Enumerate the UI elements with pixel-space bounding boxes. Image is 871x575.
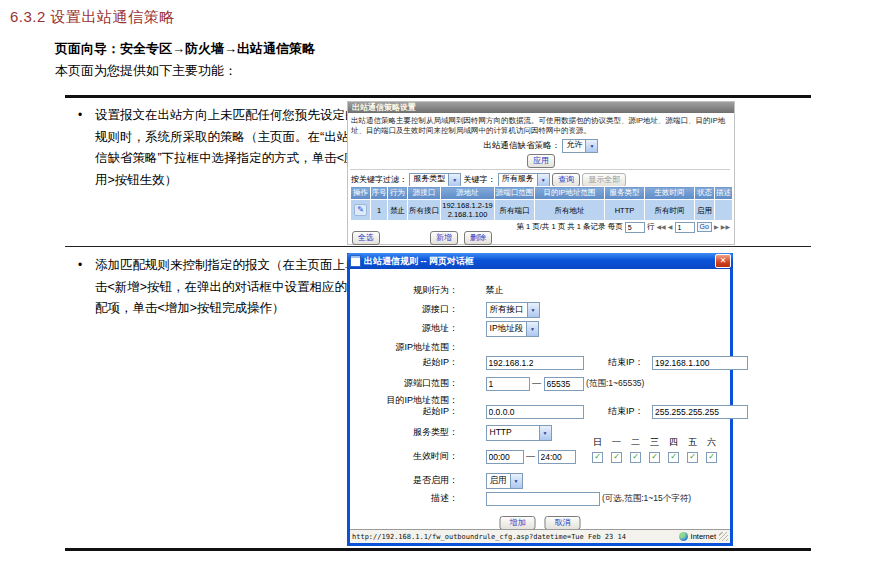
- chevron-down-icon: ▼: [526, 322, 538, 336]
- page-size-input[interactable]: [625, 222, 645, 233]
- src-ip-row: 起始IP： 结束IP：: [350, 356, 730, 370]
- weekday-label: 二: [631, 436, 640, 449]
- default-policy-select[interactable]: 允许 ▼: [562, 139, 598, 153]
- page-number-input[interactable]: [675, 222, 695, 233]
- src-address-select[interactable]: IP地址段 ▼: [486, 321, 540, 337]
- description-hint: (可选,范围:1~15个字符): [602, 493, 691, 503]
- cell-status: 启用: [695, 200, 715, 221]
- delete-button[interactable]: 删除: [464, 231, 492, 245]
- chevron-down-icon: ▼: [527, 303, 539, 317]
- weekday-checkbox[interactable]: ✓: [706, 452, 717, 463]
- range-dash: —: [532, 378, 541, 388]
- apply-button[interactable]: 应用: [527, 154, 555, 168]
- keyword-select[interactable]: 所有服务 ▼: [498, 173, 550, 187]
- weekday-label: 四: [669, 436, 678, 449]
- src-port-label: 源端口范围：: [350, 377, 458, 390]
- description-input[interactable]: [486, 492, 600, 506]
- cell-src-port-range: 所有端口: [495, 200, 535, 221]
- default-policy-label: 出站通信缺省策略：: [484, 140, 561, 150]
- rule-action-label: 规则行为：: [350, 284, 458, 297]
- dialog-buttons: 增加 取消: [500, 516, 581, 530]
- pagination: 第 1 页/共 1 页 共 1 条记录 每页 行 ◀◀ ◀ Go ▶ ▶▶: [348, 222, 730, 233]
- time-to-input[interactable]: [538, 450, 576, 464]
- next-page-icon[interactable]: ▶: [714, 224, 719, 230]
- cell-description: [715, 200, 733, 221]
- enable-label: 是否启用：: [350, 474, 458, 487]
- weekday-checkbox[interactable]: ✓: [630, 452, 641, 463]
- src-ip-range-label: 源IP地址范围：: [350, 341, 458, 354]
- src-interface-value: 所有接口: [487, 303, 527, 317]
- start-ip-label: 起始IP：: [350, 356, 458, 369]
- list-item: • 添加匹配规则来控制指定的报文（在主页面上单击<新增>按钮，在弹出的对话框中设…: [95, 255, 363, 320]
- outbound-policy-settings-panel: 出站通信策略设置 出站通信策略主要控制从局域网到因特网方向的数据流。可使用数据包…: [347, 101, 735, 245]
- col-header: 目的IP地址范围: [535, 187, 605, 200]
- first-page-icon[interactable]: ◀◀: [656, 224, 665, 230]
- prev-page-icon[interactable]: ◀: [668, 224, 673, 230]
- src-address-label: 源地址：: [350, 322, 458, 335]
- dialog-icon: [350, 255, 361, 267]
- features-table: • 设置报文在出站方向上未匹配任何您预先设定的规则时，系统所采取的策略（主页面。…: [65, 95, 811, 551]
- list-item: • 设置报文在出站方向上未匹配任何您预先设定的规则时，系统所采取的策略（主页面。…: [95, 105, 363, 191]
- col-header: 服务类型: [605, 187, 645, 200]
- src-port-row: 源端口范围： — (范围:1~65535): [350, 377, 730, 391]
- weekday-checkbox[interactable]: ✓: [649, 452, 660, 463]
- weekday-label: 一: [612, 436, 621, 449]
- page-title: 6.3.2 设置出站通信策略: [10, 8, 175, 27]
- col-header: 源接口: [408, 187, 441, 200]
- dst-start-ip-input[interactable]: [486, 405, 584, 419]
- add-button[interactable]: 新增: [430, 231, 458, 245]
- rule-action-row: 规则行为： 禁止: [350, 284, 730, 297]
- range-dash: —: [526, 451, 535, 461]
- description-label: 描述：: [350, 492, 458, 505]
- dst-end-ip-input[interactable]: [652, 405, 748, 419]
- table-header-row: 操作 序号 行为 源接口 源地址 源端口范围 目的IP地址范围 服务类型 生效时…: [351, 187, 733, 200]
- weekday-checkbox[interactable]: ✓: [611, 452, 622, 463]
- end-ip-label: 结束IP：: [608, 406, 644, 416]
- internet-globe-icon: [679, 532, 688, 541]
- src-interface-label: 源接口：: [350, 303, 458, 316]
- cell-action: 禁止: [388, 200, 408, 221]
- outbound-rule-dialog: 出站通信规则 -- 网页对话框 ✕ 规则行为： 禁止 源接口： 所有接口 ▼ 源…: [347, 253, 733, 546]
- weekday-selector: 日 一 二 三 四 五 六 ✓ ✓ ✓ ✓ ✓ ✓ ✓: [588, 436, 721, 463]
- chevron-down-icon: ▼: [448, 174, 460, 186]
- resize-grip[interactable]: [719, 532, 728, 541]
- bullet-icon: •: [78, 255, 82, 277]
- apply-row: 应用: [348, 154, 734, 168]
- chevron-down-icon: ▼: [539, 426, 551, 440]
- cell-operation: ✎: [351, 200, 371, 221]
- dialog-cancel-button[interactable]: 取消: [545, 516, 581, 530]
- dst-ip-row: 起始IP： 结束IP：: [350, 405, 730, 419]
- weekday-checkbox[interactable]: ✓: [687, 452, 698, 463]
- query-button[interactable]: 查询: [552, 173, 580, 187]
- filter-type-select[interactable]: 服务类型 ▼: [409, 173, 461, 187]
- src-end-ip-input[interactable]: [652, 356, 748, 370]
- show-all-button[interactable]: 显示全部: [582, 173, 626, 187]
- service-select[interactable]: HTTP ▼: [486, 425, 552, 441]
- col-header: 序号: [371, 187, 388, 200]
- last-page-icon[interactable]: ▶▶: [721, 224, 730, 230]
- weekday-checkbox[interactable]: ✓: [668, 452, 679, 463]
- weekday-checkbox[interactable]: ✓: [592, 452, 603, 463]
- chevron-down-icon: ▼: [537, 174, 549, 186]
- src-interface-select[interactable]: 所有接口 ▼: [486, 302, 540, 318]
- time-label: 生效时间：: [350, 450, 458, 463]
- src-port-from-input[interactable]: [486, 377, 530, 391]
- description-row: 描述： (可选,范围:1~15个字符): [350, 492, 730, 506]
- weekday-label: 五: [688, 436, 697, 449]
- dialog-statusbar: http://192.168.1.1/fw_outboundrule_cfg.a…: [350, 529, 730, 543]
- col-header: 源端口范围: [495, 187, 535, 200]
- close-icon[interactable]: ✕: [715, 254, 731, 268]
- dialog-add-button[interactable]: 增加: [500, 516, 536, 530]
- edit-icon[interactable]: ✎: [354, 204, 367, 216]
- go-button[interactable]: Go: [697, 222, 712, 232]
- time-from-input[interactable]: [486, 450, 524, 464]
- panel-titlebar: 出站通信策略设置: [348, 102, 734, 113]
- cell-service-type: HTTP: [605, 200, 645, 221]
- filter-type-value: 服务类型: [410, 174, 448, 186]
- src-start-ip-input[interactable]: [486, 356, 584, 370]
- select-all-button[interactable]: 全选: [352, 231, 380, 245]
- enable-select[interactable]: 启用 ▼: [486, 473, 523, 489]
- pagination-summary: 第 1 页/共 1 页 共 1 条记录 每页: [516, 222, 622, 231]
- src-port-to-input[interactable]: [544, 377, 584, 391]
- col-header: 描述: [715, 187, 733, 200]
